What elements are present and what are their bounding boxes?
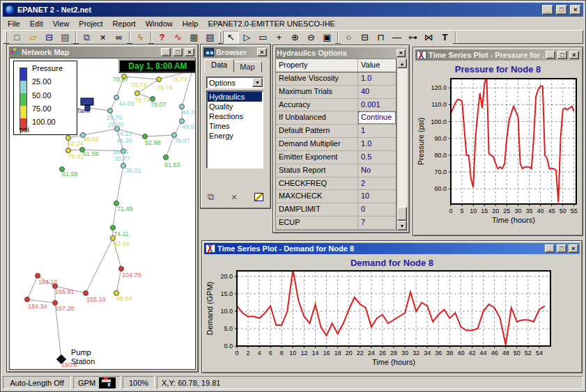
list-item-hydraulics[interactable]: Hydraulics <box>208 92 262 102</box>
main-title-bar[interactable]: EPANET 2 - Net2.net _ □ × <box>3 3 583 17</box>
demand-plot-title-bar[interactable]: Time Series Plot - Demand for Node 8 _ □… <box>204 243 580 254</box>
pipe-link[interactable] <box>116 269 121 293</box>
option-row-relative-viscosity[interactable]: Relative Viscosity1.0 <box>276 72 396 86</box>
junction-node[interactable] <box>36 274 40 279</box>
query-button[interactable]: ? <box>154 31 170 44</box>
pipe-link[interactable] <box>83 129 117 135</box>
scrollbar-track[interactable] <box>397 68 407 221</box>
table-button[interactable]: ▦ <box>186 31 202 44</box>
junction-node[interactable] <box>84 291 88 296</box>
option-value[interactable]: 0 <box>358 203 396 216</box>
option-row-maxcheck[interactable]: MAXCHECK10 <box>276 190 396 203</box>
options-scrollbar[interactable]: ▲ ▼ <box>396 58 407 230</box>
browser-title-bar[interactable]: Browser × <box>203 47 268 58</box>
run-button[interactable]: ϟ <box>132 31 148 44</box>
hydraulics-options-title-bar[interactable]: Hydraulics Options × <box>275 47 407 58</box>
option-value[interactable]: No <box>358 164 396 177</box>
chevron-down-icon[interactable]: ▼ <box>252 78 263 87</box>
pan-button[interactable]: + <box>271 31 287 44</box>
pipe-link[interactable] <box>88 108 110 111</box>
graph-button[interactable]: ∿ <box>170 31 186 44</box>
minimize-button[interactable]: _ <box>542 5 553 15</box>
open-button[interactable]: ▱ <box>25 31 41 44</box>
option-row-if-unbalanced[interactable]: If UnbalancedContinue <box>276 111 396 125</box>
junction-node[interactable] <box>111 226 116 230</box>
add-label-button[interactable]: T <box>437 31 453 44</box>
pipe-link[interactable] <box>166 135 174 157</box>
delete-item-icon[interactable]: × <box>231 191 238 203</box>
junction-node[interactable] <box>119 267 124 272</box>
demand-minimize-button[interactable]: _ <box>545 244 555 253</box>
pipe-link[interactable] <box>116 166 123 203</box>
map-legend[interactable]: Pressure 25.00 50.00 75.00 100.00 psi <box>13 61 77 135</box>
pipe-link[interactable] <box>113 203 116 228</box>
menu-epanet2-0-emitter-unesco-ihe[interactable]: EPANET2.0-EMITTER UNESCO-IHE <box>203 18 340 29</box>
menu-file[interactable]: File <box>3 18 25 29</box>
map-close-button[interactable]: × <box>185 48 194 56</box>
option-value[interactable]: Continue <box>358 111 396 124</box>
pipe-link[interactable] <box>124 77 159 79</box>
delete-button[interactable]: × <box>95 31 111 44</box>
maximize-button[interactable]: □ <box>556 5 567 15</box>
new-button[interactable]: □ <box>9 31 25 44</box>
tab-data[interactable]: Data <box>204 59 234 72</box>
menu-edit[interactable]: Edit <box>25 18 48 29</box>
junction-node[interactable] <box>66 148 71 153</box>
network-map-canvas[interactable]: 70.0778.7478.7478.7478.7470.0744.08Tank2… <box>9 58 196 370</box>
list-item-times[interactable]: Times <box>208 121 262 131</box>
network-map-title-bar[interactable]: Network Map _ □ × <box>9 47 196 58</box>
map-maximize-button[interactable]: □ <box>173 48 183 56</box>
add-tank-button[interactable]: ⊓ <box>373 31 389 44</box>
option-row-ecup[interactable]: ECUP7 <box>276 217 396 230</box>
category-dropdown[interactable]: Options ▼ <box>206 77 263 88</box>
menu-window[interactable]: Window <box>141 18 178 29</box>
option-row-maximum-trials[interactable]: Maximum Trials40 <box>276 86 396 99</box>
option-row-default-pattern[interactable]: Default Pattern1 <box>276 125 396 138</box>
list-item-energy[interactable]: Energy <box>208 131 262 141</box>
junction-node[interactable] <box>108 109 113 113</box>
browser-close-button[interactable]: × <box>257 48 267 56</box>
menu-view[interactable]: View <box>48 18 75 29</box>
options-close-button[interactable]: × <box>396 49 406 57</box>
add-valve-button[interactable]: ⋈ <box>421 31 437 44</box>
option-value[interactable]: 10 <box>358 190 396 203</box>
pressure-minimize-button[interactable]: _ <box>546 51 555 59</box>
option-row-emitter-exponent[interactable]: Emitter Exponent0.5 <box>276 151 396 164</box>
add-junction-button[interactable]: ○ <box>341 31 357 44</box>
pressure-plot-title-bar[interactable]: Time Series Plot - Pressure for ... _ □ … <box>415 49 580 61</box>
option-value[interactable]: 40 <box>358 86 396 98</box>
print-button[interactable]: ▤ <box>57 31 73 44</box>
option-row-accuracy[interactable]: Accuracy0.001 <box>276 99 396 112</box>
zoom-in-button[interactable]: ⊕ <box>287 31 303 44</box>
add-reservoir-button[interactable]: ⊟ <box>357 31 373 44</box>
pipe-link[interactable] <box>27 276 38 299</box>
scroll-up-icon[interactable]: ▲ <box>397 58 407 68</box>
map-minimize-button[interactable]: _ <box>161 48 171 56</box>
save-button[interactable]: ⊟ <box>41 31 57 44</box>
copy-button[interactable]: ⧉ <box>79 31 95 44</box>
option-row-demand-multiplier[interactable]: Demand Multiplier1.0 <box>276 138 396 151</box>
add-pipe-button[interactable]: — <box>389 31 405 44</box>
demand-maximize-button[interactable]: □ <box>557 244 566 253</box>
scrollbar-thumb[interactable] <box>397 207 407 221</box>
add-item-icon[interactable]: ⧉ <box>208 191 214 203</box>
list-item-quality[interactable]: Quality <box>208 102 262 111</box>
option-value[interactable]: 0.001 <box>358 99 396 111</box>
select-button[interactable]: ↖ <box>223 31 239 44</box>
option-row-checkfreq[interactable]: CHECKFREQ2 <box>276 178 396 191</box>
option-value[interactable]: 1.0 <box>358 72 396 85</box>
scroll-down-icon[interactable]: ▼ <box>397 221 407 230</box>
tab-map[interactable]: Map <box>233 61 261 72</box>
select-region-button[interactable]: ▭ <box>255 31 271 44</box>
close-button[interactable]: × <box>570 5 581 15</box>
category-list[interactable]: HydraulicsQualityReactionsTimesEnergy <box>206 91 263 168</box>
option-row-status-report[interactable]: Status ReportNo <box>276 164 396 178</box>
option-value[interactable]: 1.0 <box>358 138 396 150</box>
junction-node[interactable] <box>143 134 148 139</box>
menu-project[interactable]: Project <box>74 18 107 29</box>
edit-item-icon[interactable] <box>254 193 263 201</box>
menu-report[interactable]: Report <box>108 18 141 29</box>
options-button[interactable]: ▤ <box>202 31 218 44</box>
demand-close-button[interactable]: × <box>569 244 578 253</box>
pipe-link[interactable] <box>86 238 113 293</box>
